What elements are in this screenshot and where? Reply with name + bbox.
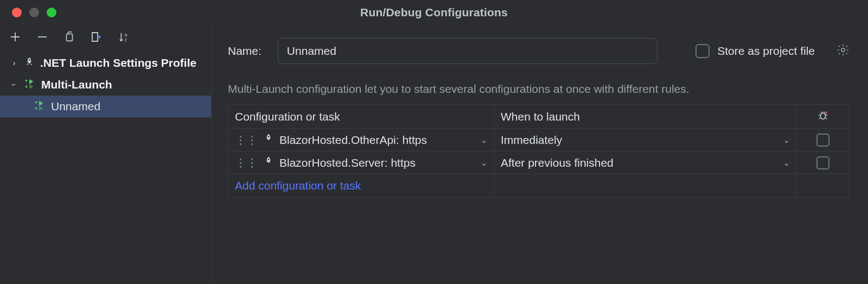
when-cell: Immediately	[501, 134, 783, 147]
name-input[interactable]	[278, 38, 658, 64]
sort-button[interactable]: az	[116, 29, 131, 45]
collapse-icon: ›	[10, 80, 18, 89]
window-zoom-button[interactable]	[47, 8, 56, 17]
store-as-project-file-toggle[interactable]: Store as project file	[695, 44, 815, 58]
config-cell: BlazorHosted.Server: https	[279, 156, 475, 169]
tree-node-label: Multi-Launch	[41, 78, 112, 91]
svg-rect-0	[67, 34, 73, 41]
expand-icon: ›	[10, 59, 18, 67]
config-toolbar: az	[0, 25, 211, 51]
bug-icon	[817, 109, 829, 124]
tree-node-label: Unnamed	[51, 100, 100, 113]
tree-node-multi-launch[interactable]: › Multi-Launch	[0, 74, 211, 96]
table-row[interactable]: ⋮⋮ BlazorHosted.OtherApi: https ⌄ Immedi…	[228, 129, 849, 152]
chevron-down-icon[interactable]: ⌄	[783, 159, 790, 167]
add-configuration-link[interactable]: Add configuration or task	[235, 179, 361, 192]
multi-launch-description: Multi-Launch configuration let you to st…	[228, 83, 850, 96]
save-template-button[interactable]	[89, 29, 104, 45]
add-config-button[interactable]	[8, 29, 23, 45]
tree-node-label: .NET Launch Settings Profile	[40, 56, 196, 70]
multi-launch-icon	[34, 99, 46, 114]
title-bar: Run/Debug Configurations	[0, 0, 868, 25]
chevron-down-icon[interactable]: ⌄	[481, 136, 487, 144]
launch-table: Configuration or task When to launch ⋮⋮ …	[228, 104, 850, 198]
window-title: Run/Debug Configurations	[0, 6, 868, 19]
window-minimize-button[interactable]	[29, 8, 39, 17]
when-cell: After previous finished	[501, 156, 783, 169]
svg-point-8	[841, 48, 845, 51]
drag-handle-icon[interactable]: ⋮⋮	[235, 156, 258, 169]
svg-point-3	[29, 59, 30, 61]
chevron-down-icon[interactable]: ⌄	[783, 136, 790, 144]
store-label: Store as project file	[717, 45, 815, 58]
svg-point-9	[820, 113, 825, 119]
svg-point-11	[268, 159, 270, 160]
drag-handle-icon[interactable]: ⋮⋮	[235, 134, 258, 147]
name-label: Name:	[228, 45, 261, 58]
svg-point-6	[35, 101, 37, 103]
col-configuration: Configuration or task	[228, 105, 494, 128]
svg-text:a: a	[125, 33, 127, 37]
tree-node-unnamed[interactable]: Unnamed	[0, 96, 211, 117]
debug-checkbox[interactable]	[816, 134, 829, 147]
config-tree: › .NET Launch Settings Profile › Multi-L…	[0, 51, 211, 117]
debug-checkbox[interactable]	[816, 156, 829, 169]
svg-point-4	[25, 79, 28, 81]
copy-config-button[interactable]	[62, 29, 77, 45]
svg-point-5	[25, 85, 28, 87]
tree-node-launch-settings[interactable]: › .NET Launch Settings Profile	[0, 52, 211, 74]
window-close-button[interactable]	[12, 8, 22, 17]
col-debug	[797, 105, 849, 128]
svg-point-7	[35, 107, 37, 109]
svg-point-10	[268, 136, 270, 137]
checkbox-icon	[695, 44, 710, 58]
rocket-icon	[263, 132, 274, 147]
col-when: When to launch	[494, 105, 797, 128]
svg-text:z: z	[125, 37, 127, 42]
multi-launch-icon	[24, 78, 36, 92]
config-cell: BlazorHosted.OtherApi: https	[279, 134, 475, 147]
chevron-down-icon[interactable]: ⌄	[481, 159, 487, 167]
settings-gear-icon[interactable]	[837, 43, 850, 59]
table-row[interactable]: ⋮⋮ BlazorHosted.Server: https ⌄ After pr…	[228, 152, 849, 174]
rocket-icon	[263, 155, 274, 170]
remove-config-button[interactable]	[35, 29, 50, 45]
rocket-icon	[24, 56, 35, 71]
